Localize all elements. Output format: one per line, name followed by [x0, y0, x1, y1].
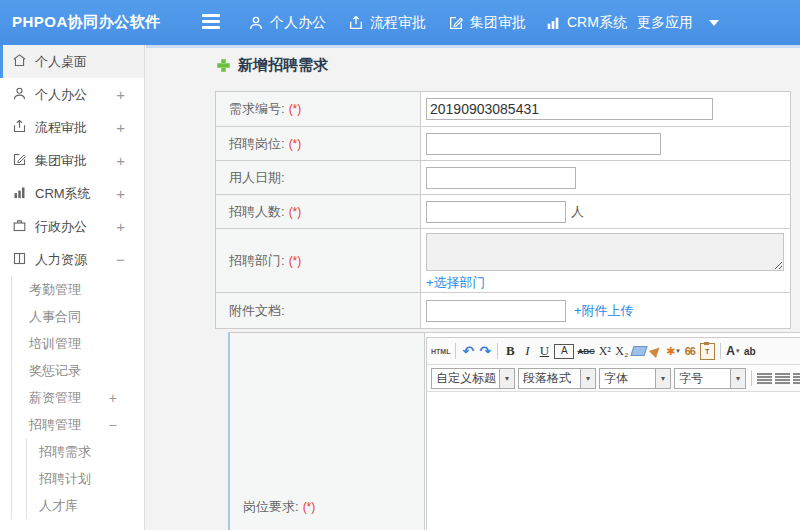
format-brush-icon[interactable] — [649, 341, 663, 361]
align-center-icon[interactable] — [775, 373, 790, 384]
superscript-button[interactable]: X² — [598, 341, 612, 361]
sidebar-item-admin-office[interactable]: 行政办公 + — [0, 210, 144, 243]
bar-chart-icon — [545, 15, 561, 31]
form-row-job-requirements: 岗位要求:(*) HTML ↶ ↷ B I U A ABC X² X₂ — [228, 332, 800, 530]
sidebar-item-label: 培训管理 — [29, 335, 81, 353]
field-label: 用人日期: — [216, 161, 421, 194]
highlight-color-button[interactable]: ab — [743, 341, 757, 361]
sidebar-item-personal-office[interactable]: 个人办公 + — [0, 78, 144, 111]
expand-sign[interactable]: + — [116, 152, 125, 169]
font-color-button[interactable]: A▾ — [726, 341, 740, 361]
nav-item-more-apps[interactable]: 更多应用 — [637, 0, 693, 45]
redo-icon[interactable]: ↷ — [478, 341, 492, 361]
align-left-icon[interactable] — [757, 373, 772, 384]
recruit-position-input[interactable] — [426, 133, 661, 155]
app-window: PHPOA协同办公软件 个人办公 流程审批 集团审批 CRM系统 — [0, 0, 800, 530]
align-right-icon[interactable] — [793, 373, 800, 384]
sidebar-item-training[interactable]: 培训管理 — [12, 330, 144, 357]
sidebar-item-salary[interactable]: 薪资管理 + — [12, 384, 144, 411]
sidebar-item-talent-pool[interactable]: 人才库 — [27, 492, 144, 519]
choose-department-link[interactable]: +选择部门 — [426, 274, 486, 292]
sidebar-item-attendance[interactable]: 考勤管理 — [12, 276, 144, 303]
rich-text-editor: HTML ↶ ↷ B I U A ABC X² X₂ ✱▾ 66 T — [426, 337, 800, 530]
eraser-icon[interactable] — [632, 341, 646, 361]
sidebar-item-label: 薪资管理 — [29, 389, 81, 407]
font-size-select[interactable]: 字号▾ — [674, 368, 746, 389]
hire-date-input[interactable] — [426, 167, 576, 189]
collapse-sign[interactable]: − — [109, 417, 117, 433]
workflow-icon — [12, 119, 35, 137]
hamburger-menu-icon[interactable] — [202, 14, 220, 30]
expand-sign[interactable]: + — [116, 185, 125, 202]
sidebar-item-crm-system[interactable]: CRM系统 + — [0, 177, 144, 210]
bar-chart-icon — [12, 185, 35, 203]
nav-item-label: 个人办公 — [270, 14, 326, 32]
nav-item-group-approval[interactable]: 集团审批 — [448, 0, 526, 45]
top-navbar: PHPOA协同办公软件 个人办公 流程审批 集团审批 CRM系统 — [0, 0, 800, 45]
blockquote-button[interactable]: 66 — [683, 341, 697, 361]
collapse-sign[interactable]: − — [116, 251, 125, 268]
edit-square-icon — [448, 15, 464, 31]
undo-icon[interactable]: ↶ — [461, 341, 475, 361]
editor-content-area[interactable] — [427, 392, 800, 530]
font-style-button[interactable]: A — [554, 344, 574, 359]
sidebar-item-label: 集团审批 — [35, 152, 87, 170]
demand-number-input[interactable] — [426, 98, 713, 120]
chevron-down-icon: ▾ — [730, 369, 745, 388]
sidebar-item-label: 招聘计划 — [39, 470, 91, 488]
content-top-strip — [146, 45, 800, 48]
sidebar-item-personal-desktop[interactable]: 个人桌面 — [0, 45, 144, 78]
editor-toolbar-row2: 自定义标题▾ 段落格式▾ 字体▾ 字号▾ — [427, 365, 800, 392]
nav-item-label: CRM系统 — [567, 14, 627, 32]
sidebar-item-hr-contract[interactable]: 人事合同 — [12, 303, 144, 330]
sidebar-item-recruit-demand[interactable]: 招聘需求 — [27, 438, 144, 465]
italic-button[interactable]: I — [520, 341, 534, 361]
color-palette-icon[interactable]: ✱▾ — [666, 341, 680, 361]
strikethrough-button[interactable]: ABC — [577, 341, 594, 361]
sidebar-item-group-approval[interactable]: 集团审批 + — [0, 144, 144, 177]
headcount-input[interactable] — [426, 201, 566, 223]
html-source-button[interactable]: HTML — [431, 341, 450, 361]
sidebar-item-recruitment[interactable]: 招聘管理 − — [12, 411, 144, 438]
nav-item-label: 流程审批 — [370, 14, 426, 32]
expand-sign[interactable]: + — [116, 119, 125, 136]
nav-item-label: 集团审批 — [470, 14, 526, 32]
recruit-demand-form: 需求编号:(*) 招聘岗位:(*) 用人日期: 招聘人数:(*) — [215, 91, 791, 329]
nav-item-personal-office[interactable]: 个人办公 — [248, 0, 326, 45]
sidebar-item-reward-punishment[interactable]: 奖惩记录 — [12, 357, 144, 384]
required-marker: (*) — [289, 137, 302, 151]
sidebar-item-human-resources[interactable]: 人力资源 − — [0, 243, 144, 276]
expand-sign[interactable]: + — [116, 218, 125, 235]
paste-icon[interactable]: T — [700, 341, 715, 361]
chevron-down-icon: ▾ — [580, 369, 595, 388]
underline-button[interactable]: U — [537, 341, 551, 361]
font-family-select[interactable]: 字体▾ — [599, 368, 671, 389]
chevron-down-icon[interactable] — [709, 20, 719, 26]
nav-item-crm-system[interactable]: CRM系统 — [545, 0, 627, 45]
sidebar-item-recruit-plan[interactable]: 招聘计划 — [27, 465, 144, 492]
expand-sign[interactable]: + — [109, 390, 117, 406]
nav-item-workflow-approval[interactable]: 流程审批 — [348, 0, 426, 45]
sidebar-item-workflow-approval[interactable]: 流程审批 + — [0, 111, 144, 144]
attachment-input[interactable] — [426, 300, 566, 322]
page-title-text: 新增招聘需求 — [238, 56, 328, 75]
required-marker: (*) — [303, 500, 316, 514]
recruit-department-textarea[interactable] — [426, 233, 784, 271]
person-icon — [248, 15, 264, 31]
form-row: 附件文档: +附件上传 — [216, 293, 790, 328]
form-row: 需求编号:(*) — [216, 92, 790, 127]
book-icon — [12, 251, 35, 269]
expand-sign[interactable]: + — [116, 86, 125, 103]
paragraph-format-select[interactable]: 段落格式▾ — [518, 368, 596, 389]
subscript-button[interactable]: X₂ — [615, 341, 629, 361]
chevron-down-icon: ▾ — [655, 369, 670, 388]
edit-square-icon — [12, 152, 35, 170]
editor-toolbar-row1: HTML ↶ ↷ B I U A ABC X² X₂ ✱▾ 66 T — [427, 338, 800, 365]
sidebar-item-label: 招聘管理 — [29, 416, 81, 434]
sidebar-item-label: 流程审批 — [35, 119, 87, 137]
required-marker: (*) — [289, 102, 302, 116]
field-label: 招聘人数:(*) — [216, 195, 421, 228]
attachment-upload-link[interactable]: +附件上传 — [574, 302, 634, 320]
bold-button[interactable]: B — [503, 341, 517, 361]
custom-title-select[interactable]: 自定义标题▾ — [431, 368, 515, 389]
